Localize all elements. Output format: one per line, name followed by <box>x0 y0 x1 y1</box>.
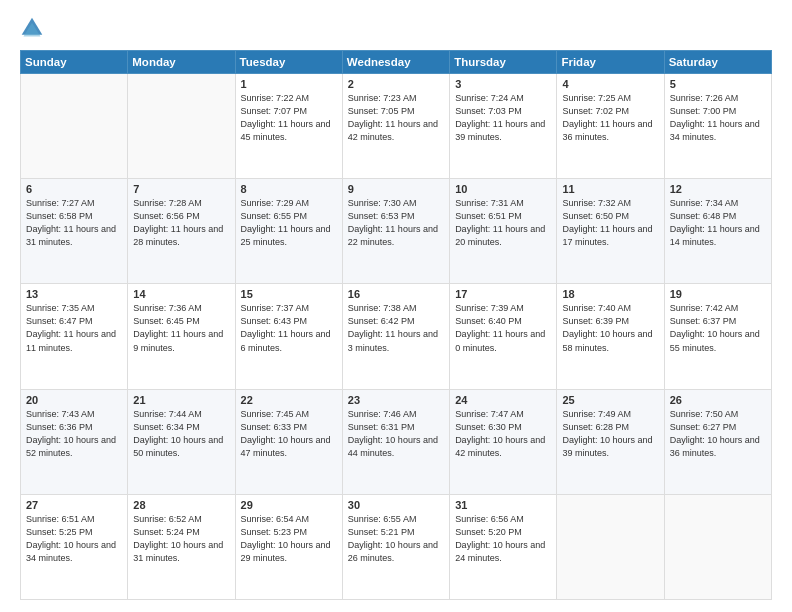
day-info: Sunrise: 6:52 AMSunset: 5:24 PMDaylight:… <box>133 513 229 565</box>
calendar-day-header: Tuesday <box>235 51 342 74</box>
day-number: 31 <box>455 499 551 511</box>
calendar-cell <box>21 74 128 179</box>
calendar-cell: 23Sunrise: 7:46 AMSunset: 6:31 PMDayligh… <box>342 389 449 494</box>
day-info: Sunrise: 7:47 AMSunset: 6:30 PMDaylight:… <box>455 408 551 460</box>
calendar-cell: 18Sunrise: 7:40 AMSunset: 6:39 PMDayligh… <box>557 284 664 389</box>
calendar-cell: 26Sunrise: 7:50 AMSunset: 6:27 PMDayligh… <box>664 389 771 494</box>
header <box>20 16 772 40</box>
day-number: 17 <box>455 288 551 300</box>
day-info: Sunrise: 7:49 AMSunset: 6:28 PMDaylight:… <box>562 408 658 460</box>
calendar-day-header: Saturday <box>664 51 771 74</box>
day-number: 16 <box>348 288 444 300</box>
calendar-cell: 16Sunrise: 7:38 AMSunset: 6:42 PMDayligh… <box>342 284 449 389</box>
calendar-cell: 13Sunrise: 7:35 AMSunset: 6:47 PMDayligh… <box>21 284 128 389</box>
day-number: 1 <box>241 78 337 90</box>
day-number: 26 <box>670 394 766 406</box>
calendar-cell: 10Sunrise: 7:31 AMSunset: 6:51 PMDayligh… <box>450 179 557 284</box>
calendar-cell: 8Sunrise: 7:29 AMSunset: 6:55 PMDaylight… <box>235 179 342 284</box>
day-info: Sunrise: 7:44 AMSunset: 6:34 PMDaylight:… <box>133 408 229 460</box>
day-info: Sunrise: 6:56 AMSunset: 5:20 PMDaylight:… <box>455 513 551 565</box>
calendar-day-header: Sunday <box>21 51 128 74</box>
calendar-cell: 17Sunrise: 7:39 AMSunset: 6:40 PMDayligh… <box>450 284 557 389</box>
calendar-cell: 22Sunrise: 7:45 AMSunset: 6:33 PMDayligh… <box>235 389 342 494</box>
calendar-cell <box>557 494 664 599</box>
day-info: Sunrise: 7:26 AMSunset: 7:00 PMDaylight:… <box>670 92 766 144</box>
calendar-cell <box>128 74 235 179</box>
calendar-cell: 20Sunrise: 7:43 AMSunset: 6:36 PMDayligh… <box>21 389 128 494</box>
calendar-week-row: 27Sunrise: 6:51 AMSunset: 5:25 PMDayligh… <box>21 494 772 599</box>
calendar-day-header: Monday <box>128 51 235 74</box>
day-info: Sunrise: 6:54 AMSunset: 5:23 PMDaylight:… <box>241 513 337 565</box>
day-number: 29 <box>241 499 337 511</box>
page: SundayMondayTuesdayWednesdayThursdayFrid… <box>0 0 792 612</box>
day-number: 27 <box>26 499 122 511</box>
calendar-cell: 15Sunrise: 7:37 AMSunset: 6:43 PMDayligh… <box>235 284 342 389</box>
calendar-cell: 27Sunrise: 6:51 AMSunset: 5:25 PMDayligh… <box>21 494 128 599</box>
calendar-week-row: 1Sunrise: 7:22 AMSunset: 7:07 PMDaylight… <box>21 74 772 179</box>
calendar-day-header: Friday <box>557 51 664 74</box>
day-number: 30 <box>348 499 444 511</box>
day-number: 12 <box>670 183 766 195</box>
calendar-cell: 1Sunrise: 7:22 AMSunset: 7:07 PMDaylight… <box>235 74 342 179</box>
calendar-cell: 5Sunrise: 7:26 AMSunset: 7:00 PMDaylight… <box>664 74 771 179</box>
calendar-cell: 14Sunrise: 7:36 AMSunset: 6:45 PMDayligh… <box>128 284 235 389</box>
calendar-cell: 4Sunrise: 7:25 AMSunset: 7:02 PMDaylight… <box>557 74 664 179</box>
calendar-cell: 11Sunrise: 7:32 AMSunset: 6:50 PMDayligh… <box>557 179 664 284</box>
calendar-cell: 3Sunrise: 7:24 AMSunset: 7:03 PMDaylight… <box>450 74 557 179</box>
day-number: 2 <box>348 78 444 90</box>
day-number: 15 <box>241 288 337 300</box>
calendar-cell: 24Sunrise: 7:47 AMSunset: 6:30 PMDayligh… <box>450 389 557 494</box>
day-number: 13 <box>26 288 122 300</box>
calendar-week-row: 20Sunrise: 7:43 AMSunset: 6:36 PMDayligh… <box>21 389 772 494</box>
day-info: Sunrise: 7:28 AMSunset: 6:56 PMDaylight:… <box>133 197 229 249</box>
day-number: 14 <box>133 288 229 300</box>
day-info: Sunrise: 7:27 AMSunset: 6:58 PMDaylight:… <box>26 197 122 249</box>
day-number: 6 <box>26 183 122 195</box>
day-info: Sunrise: 7:32 AMSunset: 6:50 PMDaylight:… <box>562 197 658 249</box>
calendar-header-row: SundayMondayTuesdayWednesdayThursdayFrid… <box>21 51 772 74</box>
day-number: 11 <box>562 183 658 195</box>
day-info: Sunrise: 7:45 AMSunset: 6:33 PMDaylight:… <box>241 408 337 460</box>
calendar-cell: 31Sunrise: 6:56 AMSunset: 5:20 PMDayligh… <box>450 494 557 599</box>
calendar-week-row: 6Sunrise: 7:27 AMSunset: 6:58 PMDaylight… <box>21 179 772 284</box>
calendar-day-header: Thursday <box>450 51 557 74</box>
day-info: Sunrise: 6:51 AMSunset: 5:25 PMDaylight:… <box>26 513 122 565</box>
day-number: 7 <box>133 183 229 195</box>
day-info: Sunrise: 7:22 AMSunset: 7:07 PMDaylight:… <box>241 92 337 144</box>
day-info: Sunrise: 7:25 AMSunset: 7:02 PMDaylight:… <box>562 92 658 144</box>
day-number: 3 <box>455 78 551 90</box>
day-info: Sunrise: 7:46 AMSunset: 6:31 PMDaylight:… <box>348 408 444 460</box>
day-info: Sunrise: 7:40 AMSunset: 6:39 PMDaylight:… <box>562 302 658 354</box>
calendar-cell: 29Sunrise: 6:54 AMSunset: 5:23 PMDayligh… <box>235 494 342 599</box>
day-info: Sunrise: 7:34 AMSunset: 6:48 PMDaylight:… <box>670 197 766 249</box>
day-number: 25 <box>562 394 658 406</box>
calendar-week-row: 13Sunrise: 7:35 AMSunset: 6:47 PMDayligh… <box>21 284 772 389</box>
day-number: 9 <box>348 183 444 195</box>
day-info: Sunrise: 7:35 AMSunset: 6:47 PMDaylight:… <box>26 302 122 354</box>
calendar-cell: 28Sunrise: 6:52 AMSunset: 5:24 PMDayligh… <box>128 494 235 599</box>
calendar-cell: 9Sunrise: 7:30 AMSunset: 6:53 PMDaylight… <box>342 179 449 284</box>
day-info: Sunrise: 7:43 AMSunset: 6:36 PMDaylight:… <box>26 408 122 460</box>
calendar-table: SundayMondayTuesdayWednesdayThursdayFrid… <box>20 50 772 600</box>
day-info: Sunrise: 7:23 AMSunset: 7:05 PMDaylight:… <box>348 92 444 144</box>
day-number: 21 <box>133 394 229 406</box>
calendar-cell <box>664 494 771 599</box>
day-number: 23 <box>348 394 444 406</box>
calendar-cell: 25Sunrise: 7:49 AMSunset: 6:28 PMDayligh… <box>557 389 664 494</box>
day-number: 5 <box>670 78 766 90</box>
day-number: 18 <box>562 288 658 300</box>
calendar-cell: 30Sunrise: 6:55 AMSunset: 5:21 PMDayligh… <box>342 494 449 599</box>
calendar-cell: 7Sunrise: 7:28 AMSunset: 6:56 PMDaylight… <box>128 179 235 284</box>
calendar-cell: 21Sunrise: 7:44 AMSunset: 6:34 PMDayligh… <box>128 389 235 494</box>
day-info: Sunrise: 6:55 AMSunset: 5:21 PMDaylight:… <box>348 513 444 565</box>
day-info: Sunrise: 7:31 AMSunset: 6:51 PMDaylight:… <box>455 197 551 249</box>
day-info: Sunrise: 7:30 AMSunset: 6:53 PMDaylight:… <box>348 197 444 249</box>
day-info: Sunrise: 7:39 AMSunset: 6:40 PMDaylight:… <box>455 302 551 354</box>
calendar-cell: 19Sunrise: 7:42 AMSunset: 6:37 PMDayligh… <box>664 284 771 389</box>
day-info: Sunrise: 7:24 AMSunset: 7:03 PMDaylight:… <box>455 92 551 144</box>
day-info: Sunrise: 7:29 AMSunset: 6:55 PMDaylight:… <box>241 197 337 249</box>
day-info: Sunrise: 7:37 AMSunset: 6:43 PMDaylight:… <box>241 302 337 354</box>
day-number: 4 <box>562 78 658 90</box>
day-info: Sunrise: 7:50 AMSunset: 6:27 PMDaylight:… <box>670 408 766 460</box>
calendar-cell: 6Sunrise: 7:27 AMSunset: 6:58 PMDaylight… <box>21 179 128 284</box>
